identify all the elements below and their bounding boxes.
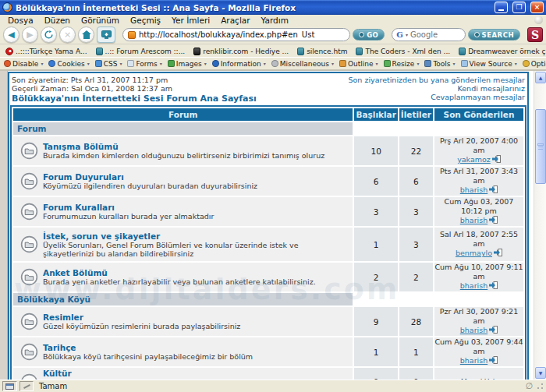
edit-pen-icon [23, 383, 30, 390]
webdev-disable-menu[interactable]: Disable▾ [4, 60, 43, 68]
back-button[interactable]: ◀ [3, 26, 20, 43]
webdev-information-menu[interactable]: Information▾ [212, 60, 266, 68]
status-bar: Tamam ∅ [0, 380, 546, 392]
menu-dosya[interactable]: Dosya [2, 15, 39, 26]
google-engine-icon[interactable]: G [396, 30, 403, 39]
forum-link[interactable]: Anket Bölümü [43, 268, 316, 277]
scroll-down-icon[interactable]: ▼ [535, 367, 546, 379]
menu-gecmis[interactable]: Geçmiş [125, 15, 166, 26]
close-button[interactable]: × [530, 2, 544, 13]
category-link[interactable]: Forum [13, 122, 353, 135]
last-post-date: Cum Ağu 03, 2007 10:12 pm [434, 197, 523, 216]
scroll-up-icon[interactable]: ▲ [535, 72, 546, 83]
posts-count: 0 [399, 368, 433, 380]
table-header-row: Forum Başlıklar İletiler Son Gönderilen [13, 108, 523, 121]
topics-count: 10 [354, 136, 397, 165]
goto-last-post-icon[interactable] [489, 216, 498, 226]
webdev-miscellaneous-menu[interactable]: Miscellaneous▾ [271, 60, 334, 68]
forward-button[interactable]: ▶ [22, 26, 38, 43]
forum-row: İstek, sorun ve şikayetler Üyelik Sorunl… [13, 228, 523, 261]
forum-link[interactable]: Forum Duyuruları [43, 172, 257, 182]
go-button[interactable]: GO [353, 29, 385, 41]
webdev-images-menu[interactable]: Images▾ [168, 60, 207, 68]
last-post-date: Pts Arl 31, 2007 3:43 am [434, 167, 523, 185]
category-link[interactable]: Bölükkaya Köyü [13, 293, 353, 305]
forum-link[interactable]: İstek, sorun ve şikayetler [43, 231, 350, 241]
webdev-viewsource-menu[interactable]: View Source▾ [461, 60, 517, 68]
webdev-tools-menu[interactable]: Tools▾ [424, 60, 455, 68]
webdev-cookies-menu[interactable]: Cookies▾ [48, 60, 89, 68]
bookmark-icon [96, 48, 103, 55]
statusbar-well[interactable] [2, 381, 17, 391]
menu-gorunum[interactable]: Görünüm [76, 15, 125, 26]
last-post-user-link[interactable]: benmaylo [456, 249, 492, 257]
menu-araclar[interactable]: Araçlar [215, 15, 255, 26]
goto-last-post-icon[interactable] [494, 249, 502, 259]
url-input[interactable] [139, 30, 345, 39]
new-posts-link[interactable]: Son ziyaretinizden bu yana gönderilen me… [349, 76, 525, 84]
stop-button[interactable]: × [59, 26, 76, 43]
reload-button[interactable] [41, 26, 57, 43]
webdev-options-menu[interactable]: Options▾ [523, 60, 546, 68]
vertical-scrollbar[interactable]: ▲ ▼ [534, 71, 546, 380]
topics-count: 1 [354, 228, 397, 261]
last-post-user-link[interactable]: yakamoz [457, 155, 491, 164]
webdev-forms-menu[interactable]: Forms▾ [127, 60, 161, 68]
webdev-outline-menu[interactable]: Outline▾ [339, 60, 378, 68]
view-source-icon [461, 60, 468, 67]
your-posts-link[interactable]: Kendi mesajlarınız [349, 84, 525, 93]
search-input[interactable] [410, 30, 456, 39]
forum-link[interactable]: Tanışma Bölümü [43, 142, 324, 151]
forum-link[interactable]: Forum Kuralları [43, 203, 214, 212]
last-post-date: Cum Ağu 03, 2007 9:44 am [434, 337, 523, 356]
home-button[interactable] [78, 26, 94, 43]
forum-folder-icon [20, 235, 38, 253]
bookmark-item[interactable]: silence.htm [297, 48, 347, 55]
statusbar-well[interactable] [20, 381, 34, 391]
resize-grip[interactable] [536, 383, 544, 390]
minimize-button[interactable] [495, 2, 508, 13]
goto-last-post-icon[interactable] [489, 185, 498, 196]
posts-count: 28 [399, 307, 433, 336]
bookmark-item[interactable]: Dreamweaver örnek ç... [459, 48, 546, 55]
bookmark-icon [193, 48, 200, 55]
unanswered-posts-link[interactable]: Cevaplanmayan mesajlar [349, 93, 525, 101]
last-post-user-link[interactable]: bharish [460, 185, 488, 194]
webdev-resize-menu[interactable]: Resize▾ [384, 60, 420, 68]
webdeveloper-toolbar: Disable▾ Cookies▾ CSS▾ Forms▾ Images▾ In… [0, 57, 546, 71]
last-post-user-link[interactable]: bharish [460, 281, 488, 290]
caret-icon: ▾ [119, 61, 122, 66]
bookmark-item[interactable]: ..:: Forum Arescom ::... [96, 48, 186, 55]
site-favicon [128, 31, 136, 39]
menu-yerimleri[interactable]: Yer İmleri [166, 15, 215, 26]
last-post-user-link[interactable]: bharish [460, 326, 488, 334]
goto-last-post-icon[interactable] [492, 155, 501, 165]
last-post-date: Cum Ağu 10, 2007 9:11 am [434, 263, 523, 281]
menu-duzen[interactable]: Düzen [39, 15, 76, 26]
forum-link[interactable]: Resimler [43, 313, 240, 322]
caret-icon: ▾ [87, 61, 90, 66]
caret-icon: ▾ [41, 61, 43, 66]
window-info-icon [5, 383, 14, 390]
last-post-user-link[interactable]: bharish [460, 356, 488, 365]
bookmark-item[interactable]: renklibir.com - Hediye ... [193, 48, 289, 55]
last-post-user-link[interactable]: bharish [460, 216, 488, 224]
forum-link[interactable]: Kültür [43, 369, 350, 378]
downloads-button[interactable] [97, 26, 115, 43]
scrollbar-thumb[interactable] [535, 109, 546, 184]
restore-button[interactable]: ❐ [512, 2, 526, 13]
goto-last-post-icon[interactable] [489, 281, 498, 291]
forum-link[interactable]: Tarihçe [43, 343, 253, 352]
bookmark-item[interactable]: The Coders - Xml den ... [356, 48, 450, 55]
search-button[interactable]: SEARCH [468, 29, 520, 41]
webdev-css-menu[interactable]: CSS▾ [95, 60, 122, 68]
cookies-icon [48, 60, 55, 67]
engine-caret-icon[interactable]: ▾ [406, 32, 408, 37]
goto-last-post-icon[interactable] [489, 356, 498, 366]
goto-last-post-icon[interactable] [489, 326, 498, 336]
menu-yardim[interactable]: Yardım [256, 15, 294, 26]
blocked-content-icon[interactable]: ∅ [525, 382, 533, 390]
forum-description: Burada yeni anketler hazırlayabilir veya… [43, 277, 316, 286]
bookmark-item[interactable]: ..::::Türkçe Yama A... [5, 48, 87, 55]
status-text: Tamam [39, 382, 67, 390]
